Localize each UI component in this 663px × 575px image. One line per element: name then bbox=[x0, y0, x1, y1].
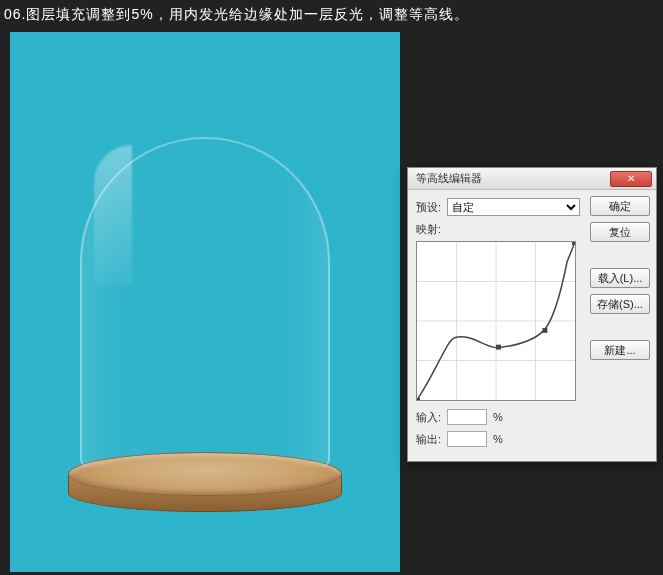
canvas-preview bbox=[10, 32, 400, 572]
curve-anchor[interactable] bbox=[572, 242, 575, 245]
load-button[interactable]: 载入(L)... bbox=[590, 268, 650, 288]
new-button[interactable]: 新建... bbox=[590, 340, 650, 360]
curve-anchor[interactable] bbox=[417, 398, 420, 400]
dialog-button-column: 确定 复位 载入(L)... 存储(S)... 新建... bbox=[590, 196, 650, 360]
ok-button[interactable]: 确定 bbox=[590, 196, 650, 216]
glass-dome bbox=[80, 137, 330, 467]
output-field[interactable] bbox=[447, 431, 487, 447]
mapping-label: 映射: bbox=[416, 222, 586, 237]
curve-anchor[interactable] bbox=[542, 328, 547, 333]
step-instruction: 06.图层填充调整到5%，用内发光给边缘处加一层反光，调整等高线。 bbox=[0, 0, 663, 34]
output-label: 输出: bbox=[416, 432, 441, 447]
preset-select[interactable]: 自定 bbox=[447, 198, 580, 216]
input-percent: % bbox=[493, 411, 503, 423]
curve-graph bbox=[417, 242, 575, 400]
contour-curve-editor[interactable] bbox=[416, 241, 576, 401]
input-field[interactable] bbox=[447, 409, 487, 425]
input-label: 输入: bbox=[416, 410, 441, 425]
save-button[interactable]: 存储(S)... bbox=[590, 294, 650, 314]
curve-anchor[interactable] bbox=[496, 345, 501, 350]
reset-button[interactable]: 复位 bbox=[590, 222, 650, 242]
output-percent: % bbox=[493, 433, 503, 445]
preset-label: 预设: bbox=[416, 200, 441, 215]
close-button[interactable]: ✕ bbox=[610, 171, 652, 187]
contour-editor-dialog: 等高线编辑器 ✕ 预设: 自定 映射: bbox=[407, 167, 657, 462]
dialog-title: 等高线编辑器 bbox=[416, 171, 482, 186]
dialog-titlebar[interactable]: 等高线编辑器 ✕ bbox=[408, 168, 656, 190]
close-icon: ✕ bbox=[627, 174, 635, 184]
